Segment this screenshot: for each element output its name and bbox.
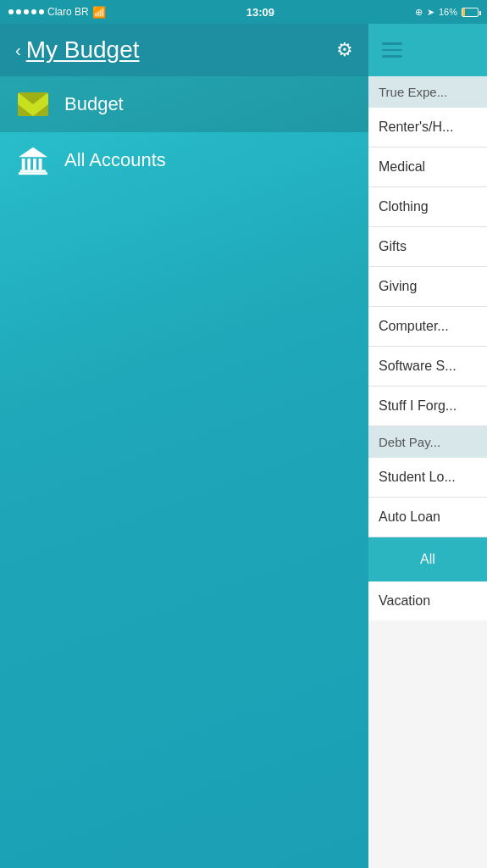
header-left: ‹ My Budget	[15, 36, 140, 64]
carrier-label: Claro BR	[47, 6, 89, 18]
svg-rect-2	[27, 159, 30, 170]
list-item-stuff[interactable]: Stuff I Forg...	[368, 387, 487, 426]
left-panel: ‹ My Budget ⚙ Budget	[0, 24, 368, 868]
budget-icon	[17, 88, 49, 120]
svg-rect-1	[22, 159, 25, 170]
app-header: ‹ My Budget ⚙	[0, 24, 368, 76]
section-header-debt-pay: Debt Pay...	[368, 426, 487, 458]
hamburger-button[interactable]	[382, 42, 402, 58]
arrow-icon: ➤	[427, 7, 434, 18]
right-list: True Expe... Renter's/H... Medical Cloth…	[368, 76, 487, 868]
svg-rect-3	[33, 159, 36, 170]
list-item-student-loan[interactable]: Student Lo...	[368, 458, 487, 498]
signal-dots	[8, 9, 44, 14]
page-title: My Budget	[26, 36, 140, 64]
list-item-auto-loan[interactable]: Auto Loan	[368, 498, 487, 537]
section-header-true-expenses: True Expe...	[368, 76, 487, 108]
hamburger-line-1	[382, 42, 402, 45]
bottom-btn-area: All	[368, 537, 487, 581]
status-left: Claro BR 📶	[8, 6, 106, 19]
battery-percent: 16%	[439, 7, 457, 17]
hamburger-line-2	[382, 49, 402, 52]
list-item-medical[interactable]: Medical	[368, 147, 487, 187]
nav-item-budget[interactable]: Budget	[0, 76, 368, 132]
accounts-icon	[17, 144, 49, 176]
list-item-gifts[interactable]: Gifts	[368, 227, 487, 267]
list-item-vacation[interactable]: Vacation	[368, 581, 487, 620]
svg-rect-6	[19, 172, 47, 175]
hamburger-line-3	[382, 55, 402, 58]
wifi-icon: 📶	[92, 6, 106, 19]
svg-marker-0	[19, 147, 47, 157]
status-bar: Claro BR 📶 13:09 ⊕ ➤ 16%	[0, 0, 487, 24]
list-item-renters[interactable]: Renter's/H...	[368, 108, 487, 147]
location-icon: ⊕	[415, 7, 423, 18]
list-item-clothing[interactable]: Clothing	[368, 187, 487, 227]
list-item-giving[interactable]: Giving	[368, 267, 487, 307]
back-button[interactable]: ‹	[15, 41, 21, 60]
time-label: 13:09	[246, 6, 274, 19]
bank-icon-svg	[17, 144, 49, 176]
right-panel: True Expe... Renter's/H... Medical Cloth…	[368, 24, 487, 868]
budget-label: Budget	[64, 93, 124, 115]
svg-rect-4	[39, 159, 42, 170]
main-layout: ‹ My Budget ⚙ Budget	[0, 24, 487, 868]
settings-button[interactable]: ⚙	[336, 39, 353, 61]
all-button[interactable]: All	[368, 537, 487, 581]
status-right: ⊕ ➤ 16%	[415, 7, 479, 18]
battery-icon	[462, 8, 479, 17]
accounts-label: All Accounts	[64, 149, 166, 171]
svg-rect-5	[20, 170, 46, 172]
list-item-computer[interactable]: Computer...	[368, 307, 487, 347]
hamburger-area	[368, 24, 487, 76]
nav-item-accounts[interactable]: All Accounts	[0, 132, 368, 188]
envelope-icon	[18, 92, 48, 116]
list-item-software[interactable]: Software S...	[368, 347, 487, 387]
